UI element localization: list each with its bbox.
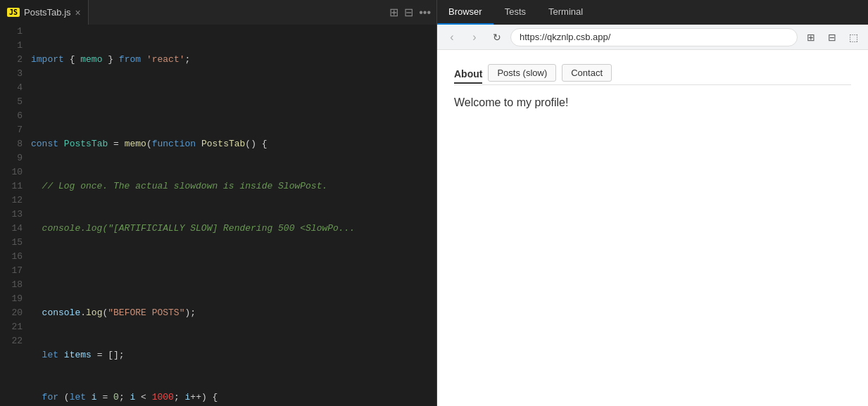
tab-actions: ⊞ ⊟ ••• (384, 0, 436, 25)
split-vertical-button[interactable]: ⊞ (389, 6, 398, 19)
line-numbers: 1 1 2 3 4 5 6 7 8 9 10 11 12 13 14 15 16… (0, 25, 28, 406)
refresh-button[interactable]: ↻ (488, 28, 506, 46)
profile-nav: About Posts (slow) Contact (454, 64, 851, 85)
main-content: 1 1 2 3 4 5 6 7 8 9 10 11 12 13 14 15 16… (0, 25, 868, 406)
back-button[interactable]: ‹ (443, 28, 461, 46)
tab-tests[interactable]: Tests (493, 0, 537, 25)
browser-action-split[interactable]: ⊟ (823, 28, 841, 46)
browser-action-expand[interactable]: ⬚ (844, 28, 862, 46)
browser-toolbar-actions: ⊞ ⊟ ⬚ (802, 28, 862, 46)
tab-bar-left: JS PostsTab.js × ⊞ ⊟ ••• (0, 0, 436, 25)
split-horizontal-button[interactable]: ⊟ (404, 6, 413, 19)
nav-btn-contact[interactable]: Contact (562, 64, 612, 82)
welcome-text: Welcome to my profile! (454, 96, 851, 109)
nav-item-about[interactable]: About (454, 65, 482, 84)
more-options-button[interactable]: ••• (419, 6, 431, 19)
file-tab-label: PostsTab.js (24, 7, 70, 18)
browser-content: About Posts (slow) Contact Welcome to my… (437, 50, 868, 406)
js-file-icon: JS (7, 8, 20, 17)
nav-btn-posts-slow[interactable]: Posts (slow) (488, 64, 556, 82)
top-bar-right: Browser Tests Terminal (436, 0, 868, 25)
browser-toolbar: ‹ › ↻ ⊞ ⊟ ⬚ (437, 25, 868, 50)
tab-terminal[interactable]: Terminal (537, 0, 594, 25)
forward-button[interactable]: › (465, 28, 484, 46)
code-editor[interactable]: 1 1 2 3 4 5 6 7 8 9 10 11 12 13 14 15 16… (0, 25, 436, 406)
browser-action-grid[interactable]: ⊞ (802, 28, 820, 46)
code-content: import { memo } from 'react'; const Post… (28, 25, 436, 406)
address-bar[interactable] (510, 28, 798, 46)
file-tab-posttab[interactable]: JS PostsTab.js × (0, 0, 89, 25)
browser-panel: ‹ › ↻ ⊞ ⊟ ⬚ About Posts (slow) Contact W… (436, 25, 868, 406)
tab-browser[interactable]: Browser (437, 0, 493, 25)
close-tab-button[interactable]: × (75, 7, 81, 18)
top-bar: JS PostsTab.js × ⊞ ⊟ ••• Browser Tests T… (0, 0, 868, 25)
